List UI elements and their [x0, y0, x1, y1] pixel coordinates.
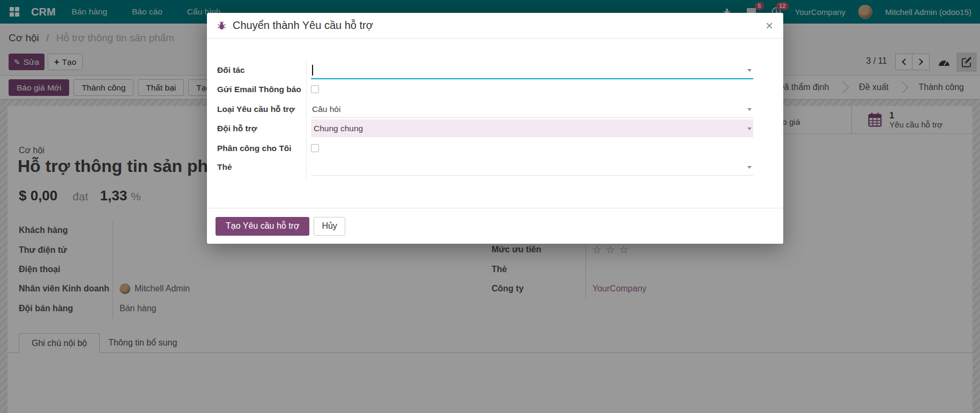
- field-doi-ho-tro: Đội hỗ trợ Chung chung: [207, 121, 783, 137]
- input-underline: [311, 175, 753, 176]
- focused-input-underline: [311, 78, 753, 79]
- field-phan-cong: Phân công cho Tôi: [207, 140, 783, 156]
- field-loai-yeu-cau: Loại Yêu cầu hỗ trợ Câu hỏi: [207, 101, 783, 117]
- dropdown-caret-icon[interactable]: [747, 69, 752, 72]
- field-the-modal: Thẻ: [207, 159, 783, 175]
- ticket-type-select[interactable]: Câu hỏi: [312, 101, 340, 117]
- dialog-footer: Tạo Yêu cầu hỗ trợ Hủy: [207, 208, 783, 244]
- field-doi-tac: Đối tác: [207, 62, 783, 78]
- field-gui-email: Gửi Email Thông báo: [207, 81, 783, 97]
- screen: CRM Bán hàng Báo cáo Cấu hình 5: [0, 0, 980, 413]
- input-underline: [311, 117, 753, 118]
- dialog-header: Chuyển thành Yêu cầu hỗ trợ ×: [207, 13, 783, 39]
- cancel-button[interactable]: Hủy: [314, 217, 345, 236]
- convert-to-ticket-dialog: Chuyển thành Yêu cầu hỗ trợ × Đối tác Gử…: [207, 13, 783, 244]
- text-cursor: [312, 65, 313, 76]
- team-select[interactable]: Chung chung: [312, 121, 888, 137]
- dialog-title: Chuyển thành Yêu cầu hỗ trợ: [233, 19, 373, 32]
- dropdown-caret-icon[interactable]: [747, 108, 752, 111]
- create-ticket-confirm-button[interactable]: Tạo Yêu cầu hỗ trợ: [216, 217, 309, 236]
- bug-icon: [217, 21, 226, 30]
- dropdown-caret-icon[interactable]: [747, 127, 752, 130]
- send-email-checkbox[interactable]: [311, 85, 319, 93]
- close-icon[interactable]: ×: [766, 19, 773, 32]
- dropdown-caret-icon[interactable]: [747, 166, 752, 169]
- assign-to-me-checkbox[interactable]: [311, 144, 319, 152]
